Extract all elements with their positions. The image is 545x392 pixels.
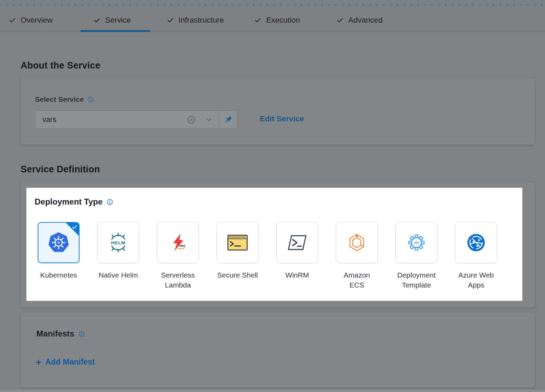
manifests-heading-row: Manifests <box>36 329 85 339</box>
deployment-type-tile-secure-shell[interactable] <box>217 222 258 263</box>
deployment-type-label: Deployment Type <box>35 197 102 207</box>
deployment-type-label: Azure Web Apps <box>458 270 494 290</box>
about-service-heading: About the Service <box>21 60 100 71</box>
stage-tabbar: OverviewServiceInfrastructureExecutionAd… <box>0 9 545 32</box>
info-icon[interactable] <box>87 96 94 103</box>
tab-execution[interactable]: Execution <box>254 9 300 32</box>
service-select-input[interactable]: vars <box>35 111 219 128</box>
deployment-type-label: Serverless Lambda <box>161 270 195 290</box>
select-service-label: Select Service <box>35 95 84 103</box>
svg-text:HELM: HELM <box>111 240 125 245</box>
check-icon <box>167 16 174 24</box>
tab-advanced[interactable]: Advanced <box>336 9 383 32</box>
amazon-ecs-icon <box>347 233 367 253</box>
service-select-field[interactable]: vars <box>35 110 237 129</box>
deployment-type-label: Kubernetes <box>40 270 77 280</box>
deployment-type-col-kubernetes: Kubernetes <box>29 222 88 290</box>
deployment-type-spotlight: Deployment Type KubernetesHELMNative Hel… <box>26 188 522 301</box>
deployment-type-label: Native Helm <box>99 270 138 280</box>
deployment-type-col-deployment-template: </>Deployment Template <box>387 222 446 290</box>
select-service-label-row: Select Service <box>35 95 94 103</box>
deployment-type-tile-kubernetes[interactable] <box>38 222 80 263</box>
next-section-edge <box>0 390 545 392</box>
helm-icon: HELM <box>108 232 129 253</box>
about-service-card: Select Service vars Edit Service <box>21 78 535 145</box>
check-icon <box>336 16 344 24</box>
service-definition-heading: Service Definition <box>21 164 100 175</box>
deployment-type-col-native-helm: HELMNative Helm <box>88 222 148 290</box>
deployment-type-col-azure-web-apps: Azure Web Apps <box>446 222 506 290</box>
deployment-type-tiles: KubernetesHELMNative HelmawsServerless L… <box>29 222 506 290</box>
deployment-type-col-amazon-ecs: Amazon ECS <box>327 222 387 290</box>
deployment-type-label: Deployment Template <box>397 270 436 290</box>
add-manifest-button[interactable]: + Add Manifest <box>36 357 95 367</box>
check-icon <box>254 16 262 24</box>
check-icon <box>72 224 77 230</box>
deployment-template-icon: </> <box>406 232 427 253</box>
deployment-type-col-serverless-lambda: awsServerless Lambda <box>148 222 208 290</box>
deployment-type-tile-deployment-template[interactable]: </> <box>396 222 437 263</box>
chevron-down-icon[interactable] <box>205 116 213 123</box>
tab-label: Infrastructure <box>179 16 224 25</box>
deployment-type-col-secure-shell: Secure Shell <box>208 222 267 290</box>
secure-shell-icon <box>227 233 248 252</box>
deployment-type-label: Secure Shell <box>217 270 258 280</box>
deployment-type-tile-amazon-ecs[interactable] <box>336 222 378 263</box>
service-select-value: vars <box>43 115 178 124</box>
azure-web-apps-icon <box>466 233 486 253</box>
serverless-lambda-icon: aws <box>168 233 188 253</box>
deployment-type-label: Amazon ECS <box>343 270 370 290</box>
check-icon <box>9 16 16 24</box>
check-icon <box>93 16 101 24</box>
deployment-type-tile-azure-web-apps[interactable] <box>455 222 497 263</box>
deployment-type-tile-winrm[interactable] <box>276 222 318 263</box>
add-manifest-label: Add Manifest <box>45 357 95 367</box>
tab-label: Overview <box>21 16 53 25</box>
clear-icon[interactable] <box>186 114 197 125</box>
deployment-type-heading-row: Deployment Type <box>35 197 113 207</box>
deployment-type-tile-native-helm[interactable]: HELM <box>97 222 139 263</box>
svg-text:aws: aws <box>179 244 185 247</box>
winrm-icon <box>288 234 307 251</box>
pipeline-canvas-strip <box>0 0 545 9</box>
info-icon[interactable] <box>78 330 85 338</box>
tab-overview[interactable]: Overview <box>9 9 53 32</box>
deployment-type-label: WinRM <box>286 270 309 280</box>
plus-icon: + <box>36 358 41 366</box>
info-icon[interactable] <box>106 198 113 206</box>
deployment-type-col-winrm: WinRM <box>267 222 327 290</box>
edit-service-link[interactable]: Edit Service <box>260 114 304 123</box>
tab-label: Advanced <box>348 16 383 25</box>
pin-service-button[interactable] <box>219 111 237 128</box>
manifests-label: Manifests <box>36 329 74 339</box>
service-definition-card: Deployment Type KubernetesHELMNative Hel… <box>21 183 535 307</box>
manifests-card: Manifests + Add Manifest <box>21 313 535 388</box>
tab-label: Service <box>105 16 131 25</box>
tab-service[interactable]: Service <box>93 9 131 32</box>
deployment-type-tile-serverless-lambda[interactable]: aws <box>157 222 199 263</box>
tab-label: Execution <box>266 16 300 25</box>
tab-infrastructure[interactable]: Infrastructure <box>167 9 224 32</box>
svg-text:</>: </> <box>414 240 420 245</box>
